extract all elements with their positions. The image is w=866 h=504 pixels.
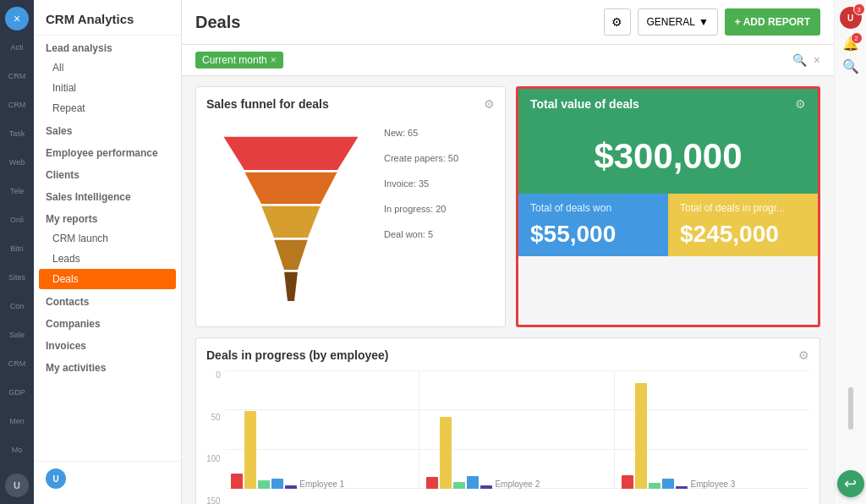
user-avatar-white[interactable]: U: [46, 468, 66, 489]
sidebar-dark-item-activities[interactable]: Acti: [3, 36, 30, 59]
sidebar-section-clients[interactable]: Clients: [34, 162, 181, 184]
y-label-3: 0: [206, 370, 221, 380]
sidebar-dark-item-crm1[interactable]: CRM: [3, 64, 30, 88]
sidebar-title: CRM Analytics: [34, 0, 181, 36]
total-progress-section: Total of deals in progr... $245,000: [668, 194, 818, 256]
sidebar-dark-item-tasks[interactable]: Task: [3, 122, 30, 145]
sidebar-item-leads[interactable]: Leads: [34, 249, 181, 269]
add-report-button[interactable]: + ADD REPORT: [725, 8, 820, 36]
top-row: Sales funnel for deals ⚙: [195, 86, 820, 327]
sidebar-section-my-activities[interactable]: My activities: [34, 355, 181, 377]
sidebar-item-repeat[interactable]: Repeat: [34, 98, 181, 118]
funnel-label-create: Create papers: 50: [384, 153, 458, 163]
user-avatar-container: U 3: [840, 7, 862, 29]
sidebar-dark-item-bitrix[interactable]: Bitri: [3, 237, 30, 260]
bar-e2-5: [480, 485, 492, 489]
bar-e1-5: [285, 485, 297, 489]
bar-e3-2: [635, 383, 647, 489]
bar-e2-1: [426, 477, 438, 489]
total-header: Total value of deals ⚙: [518, 89, 818, 119]
bar-chart-gear-icon[interactable]: ⚙: [798, 348, 809, 362]
sidebar-item-all[interactable]: All: [34, 58, 181, 78]
total-card-title: Total value of deals: [530, 97, 639, 111]
employee-1-label: Employee 1: [299, 479, 344, 489]
white-sidebar: CRM Analytics Lead analysis All Initial …: [34, 0, 182, 504]
general-label: GENERAL: [647, 16, 695, 28]
funnel-title: Sales funnel for deals: [206, 97, 329, 111]
sidebar-dark-item-menu[interactable]: Men: [3, 409, 30, 433]
y-label-2: 50: [206, 413, 221, 422]
sidebar-item-deals[interactable]: Deals: [39, 269, 176, 289]
sidebar-dark-item-crm2[interactable]: CRM: [3, 93, 30, 117]
avatar-badge: 3: [853, 3, 865, 15]
chart-body: Employee 1 Employee 2: [226, 370, 809, 504]
sidebar-dark-item-gdp[interactable]: GDP: [3, 381, 30, 404]
close-button[interactable]: ×: [5, 7, 29, 30]
total-won-value: $55,000: [530, 221, 656, 248]
total-progress-title: Total of deals in progr...: [680, 202, 806, 214]
sidebar-section-my-reports[interactable]: My reports: [34, 206, 181, 228]
bar-e1-1: [231, 474, 243, 489]
funnel-label-invoice: Invoice: 35: [384, 178, 458, 189]
svg-marker-8: [284, 271, 298, 301]
funnel-gear-icon[interactable]: ⚙: [484, 97, 495, 111]
svg-marker-2: [244, 172, 337, 204]
bar-e3-3: [649, 483, 660, 489]
current-month-filter[interactable]: Current month ×: [195, 52, 283, 68]
sidebar-section-lead-analysis[interactable]: Lead analysis: [34, 36, 181, 58]
filter-bar: Current month × 🔍 ×: [182, 45, 834, 76]
green-action-button[interactable]: ↩: [837, 470, 864, 497]
sidebar-dark-item-contacts[interactable]: Con: [3, 294, 30, 318]
user-avatar-dark[interactable]: U: [5, 474, 29, 497]
sidebar-section-contacts[interactable]: Contacts: [34, 289, 181, 311]
bars-row: Employee 1 Employee 2: [226, 370, 809, 504]
y-axis: 150 100 50 0: [206, 370, 226, 504]
funnel-label-new: New: 65: [384, 128, 458, 138]
bar-e2-3: [453, 482, 465, 489]
sidebar-dark-item-more[interactable]: Mo: [3, 438, 30, 462]
general-button[interactable]: GENERAL ▼: [638, 8, 718, 36]
sidebar-section-invoices[interactable]: Invoices: [34, 333, 181, 355]
svg-marker-6: [274, 239, 308, 270]
employee-group-2: Employee 2: [421, 370, 615, 489]
sidebar-dark-item-sales[interactable]: Sale: [3, 323, 30, 347]
page-title: Deals: [195, 13, 240, 32]
svg-marker-0: [223, 136, 359, 170]
sidebar-item-initial[interactable]: Initial: [34, 78, 181, 98]
funnel-card: Sales funnel for deals ⚙: [195, 86, 506, 327]
total-won-title: Total of deals won: [530, 202, 656, 214]
sidebar-dark-item-sites[interactable]: Sites: [3, 266, 30, 289]
sidebar-dark-item-tele[interactable]: Tele: [3, 179, 30, 203]
sidebar-dark-item-web[interactable]: Web: [3, 151, 30, 174]
sidebar-section-employee[interactable]: Employee performance: [34, 140, 181, 162]
filter-close-icon[interactable]: ×: [814, 53, 820, 67]
sidebar-dark-item-online[interactable]: Onli: [3, 208, 30, 232]
filter-label: Current month: [202, 54, 267, 66]
funnel-label-inprogress: In progress: 20: [384, 204, 458, 214]
bar-e2-4: [467, 476, 479, 489]
bar-e3-4: [662, 479, 674, 489]
sidebar-section-sales-intel[interactable]: Sales Intelligence: [34, 184, 181, 206]
total-gear-icon[interactable]: ⚙: [795, 97, 806, 111]
scroll-indicator[interactable]: [848, 387, 853, 430]
filter-remove-icon[interactable]: ×: [271, 54, 277, 66]
right-panel: U 3 🔔 2 🔍 ↩: [834, 0, 866, 504]
y-label-0: 150: [206, 496, 221, 504]
dropdown-arrow-icon: ▼: [699, 16, 709, 28]
sidebar-item-crm-launch[interactable]: CRM launch: [34, 228, 181, 249]
filter-search-icon[interactable]: 🔍: [792, 53, 807, 67]
sidebar-section-companies[interactable]: Companies: [34, 311, 181, 333]
sidebar-section-sales[interactable]: Sales: [34, 118, 181, 140]
header-actions: ⚙ GENERAL ▼ + ADD REPORT: [604, 8, 820, 36]
sidebar-dark-item-crm3[interactable]: CRM: [3, 352, 30, 375]
total-big-value: $300,000: [518, 119, 818, 194]
total-bottom-row: Total of deals won $55,000 Total of deal…: [518, 194, 818, 256]
dark-sidebar: × Acti CRM CRM Task Web Tele Onli Bitri …: [0, 0, 34, 504]
funnel-chart: [206, 119, 375, 316]
gear-button[interactable]: ⚙: [604, 8, 631, 36]
content-area: Sales funnel for deals ⚙: [182, 76, 834, 504]
bar-e3-1: [622, 475, 633, 489]
search-icon[interactable]: 🔍: [842, 58, 859, 74]
bar-chart-card: Deals in progress (by employee) ⚙ 150 10…: [195, 337, 820, 504]
y-label-1: 100: [206, 454, 221, 463]
